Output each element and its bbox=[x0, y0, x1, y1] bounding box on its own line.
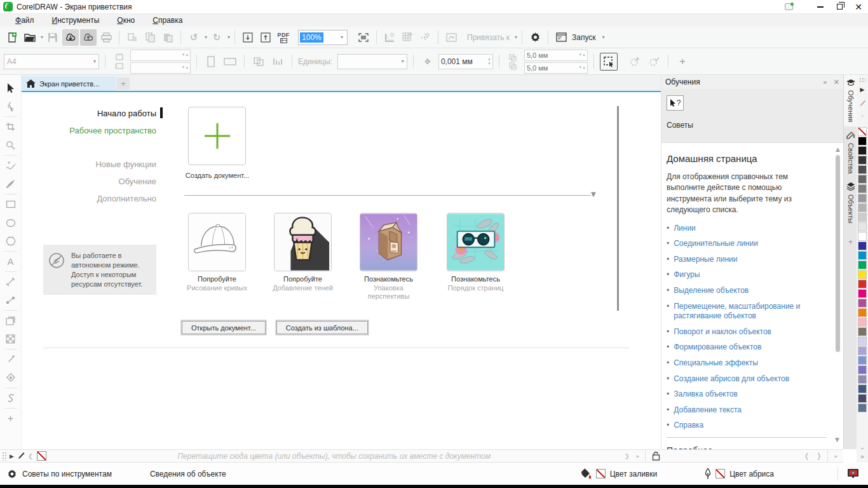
scroll-up-icon[interactable]: ▲ bbox=[835, 146, 841, 152]
help-topic-link[interactable]: Создание абрисов для объектов bbox=[674, 374, 789, 384]
duplicate-x-spinner[interactable]: 5,0 мм▾ ▴ bbox=[524, 50, 588, 61]
show-guidelines-button[interactable] bbox=[417, 29, 433, 46]
nudge-spinner[interactable]: 0,001 мм ▴▾ bbox=[438, 54, 493, 69]
freehand-tool[interactable] bbox=[2, 156, 20, 175]
doc-palette-scroll-right-icon[interactable]: ❯ bbox=[621, 453, 633, 459]
rectangle-tool[interactable] bbox=[2, 195, 20, 214]
smart-drawing-tool[interactable] bbox=[2, 389, 20, 407]
palette-swatch[interactable] bbox=[858, 232, 867, 241]
import-button[interactable] bbox=[240, 29, 256, 46]
connector-tool[interactable] bbox=[2, 291, 20, 309]
minimize-button[interactable] bbox=[811, 0, 830, 14]
palette-swatch[interactable] bbox=[858, 308, 867, 317]
docker-close-icon[interactable]: ✕ bbox=[834, 78, 839, 86]
help-topic-link[interactable]: Справка bbox=[674, 421, 703, 431]
menu-tools[interactable]: Инструменты bbox=[43, 15, 109, 26]
landscape-button[interactable] bbox=[222, 53, 238, 70]
doc-palette-expand-icon[interactable]: » bbox=[633, 453, 643, 459]
launch-caret[interactable]: ▾ bbox=[602, 34, 605, 40]
nav-learning[interactable]: Обучение bbox=[41, 173, 156, 190]
palette-swatch[interactable] bbox=[858, 280, 867, 288]
scrollbar-thumb[interactable] bbox=[836, 155, 840, 352]
welcome-tab[interactable]: Экран приветств... bbox=[21, 76, 116, 91]
menu-window[interactable]: Окно bbox=[108, 15, 144, 26]
palette-swatch[interactable] bbox=[858, 337, 867, 346]
palette-expand-icon[interactable]: » bbox=[860, 453, 864, 460]
palette-swatch[interactable] bbox=[858, 137, 867, 146]
doc-palette-drag-handle[interactable] bbox=[2, 452, 6, 461]
palette-eyedropper-icon[interactable] bbox=[859, 97, 866, 111]
doc-palette-eyedropper-icon[interactable] bbox=[17, 452, 25, 460]
crop-tool[interactable] bbox=[2, 118, 20, 136]
tab-properties[interactable]: Свойства bbox=[844, 126, 857, 178]
palette-swatch[interactable] bbox=[858, 203, 867, 212]
tab-learn[interactable]: Обучения bbox=[844, 75, 857, 126]
add-tool-button[interactable]: + bbox=[2, 409, 20, 428]
fullscreen-preview-button[interactable] bbox=[355, 29, 372, 46]
help-topic-link[interactable]: Перемещение, масштабирование и растягива… bbox=[674, 302, 827, 322]
palette-drag-handle[interactable] bbox=[859, 78, 865, 83]
zoom-tool[interactable] bbox=[2, 136, 20, 154]
scroll-down-icon[interactable]: ▼ bbox=[835, 437, 839, 443]
export-button[interactable] bbox=[257, 29, 274, 46]
launch-label[interactable]: Запуск bbox=[572, 33, 596, 42]
snap-to-caret[interactable]: ▾ bbox=[515, 34, 517, 40]
palette-scroll-up-icon[interactable]: ⌃ bbox=[860, 111, 865, 125]
palette-swatch[interactable] bbox=[858, 175, 867, 184]
sample-card-shadows[interactable] bbox=[274, 213, 332, 271]
new-document-button[interactable] bbox=[4, 29, 20, 46]
open-document-button[interactable] bbox=[22, 29, 38, 46]
treat-as-filled-button[interactable] bbox=[600, 53, 618, 71]
copy-button[interactable] bbox=[142, 29, 158, 46]
zoom-combo-caret[interactable]: ▾ bbox=[337, 34, 347, 40]
palette-swatch[interactable] bbox=[858, 384, 867, 393]
nav-workspace[interactable]: Рабочее пространство bbox=[41, 122, 156, 139]
help-topic-link[interactable]: Размерные линии bbox=[674, 255, 737, 265]
sample-card-curves[interactable] bbox=[188, 213, 246, 271]
help-topic-link[interactable]: Заливка объектов bbox=[674, 390, 738, 400]
redo-button[interactable]: ↻ bbox=[208, 29, 225, 46]
units-combo[interactable]: ▾ bbox=[337, 54, 407, 69]
show-rulers-button[interactable] bbox=[381, 29, 398, 46]
palette-swatch[interactable] bbox=[858, 270, 867, 279]
docker-collapse-icon[interactable]: » bbox=[823, 78, 827, 86]
pick-tool[interactable] bbox=[2, 79, 20, 97]
palette-swatch[interactable] bbox=[858, 394, 867, 403]
help-topic-link[interactable]: Выделение объектов bbox=[674, 286, 749, 296]
palette-swatch[interactable] bbox=[858, 146, 867, 155]
help-topic-link[interactable]: Фигуры bbox=[674, 270, 700, 280]
open-dropdown-caret[interactable]: ▾ bbox=[41, 34, 43, 40]
text-tool[interactable]: A bbox=[2, 252, 20, 271]
palette-swatch[interactable] bbox=[858, 222, 867, 231]
shadow-tool[interactable] bbox=[2, 311, 20, 330]
page-height-spinner[interactable]: ▾ ▴ bbox=[130, 62, 191, 74]
doc-palette-no-color-swatch[interactable] bbox=[37, 451, 46, 461]
portrait-button[interactable] bbox=[203, 53, 219, 70]
palette-swatch[interactable] bbox=[858, 261, 867, 269]
palette-swatch[interactable] bbox=[858, 403, 867, 412]
undo-button[interactable]: ↺ bbox=[186, 29, 202, 46]
nav-new-features[interactable]: Новые функции bbox=[41, 156, 156, 173]
outline-color-indicator[interactable]: Цвет абриса bbox=[705, 468, 774, 480]
palette-swatch[interactable] bbox=[858, 241, 867, 250]
artistic-media-tool[interactable] bbox=[2, 175, 20, 193]
save-button[interactable] bbox=[44, 29, 61, 46]
apply-fill-button[interactable] bbox=[646, 53, 662, 70]
context-help-button[interactable]: ? bbox=[667, 95, 684, 111]
page-size-combo[interactable]: A4 ▾ bbox=[4, 54, 99, 69]
palette-swatch[interactable] bbox=[858, 184, 867, 193]
palette-swatch[interactable] bbox=[858, 251, 867, 260]
restore-button[interactable] bbox=[830, 0, 849, 14]
help-topic-link[interactable]: Формирование объектов bbox=[674, 342, 761, 353]
menu-help[interactable]: Справка bbox=[144, 15, 191, 26]
sample-card-page-order[interactable] bbox=[447, 213, 505, 271]
zoom-level-combo[interactable]: 100% ▾ bbox=[298, 30, 348, 45]
help-topic-link[interactable]: Поворот и наклон объектов bbox=[674, 327, 771, 337]
preview-mode-button[interactable] bbox=[443, 29, 459, 46]
palette-swatch[interactable] bbox=[858, 289, 867, 298]
new-from-template-button[interactable]: Создать из шаблона... bbox=[276, 321, 368, 334]
cut-button[interactable] bbox=[124, 29, 140, 46]
docker-scrollbar[interactable]: ▲ bbox=[835, 146, 841, 355]
cloud-download-button[interactable] bbox=[62, 29, 79, 46]
publish-pdf-button[interactable]: PDF bbox=[275, 29, 292, 46]
